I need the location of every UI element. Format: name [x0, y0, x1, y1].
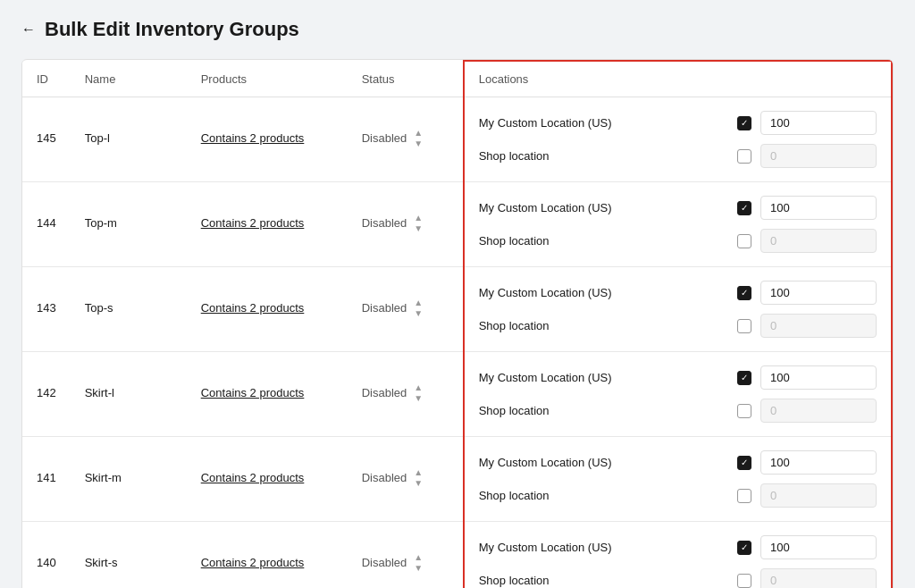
location-name: Shop location — [479, 234, 728, 248]
location-row: Shop location — [479, 564, 877, 588]
location-checkbox[interactable] — [737, 116, 751, 130]
location-name: My Custom Location (US) — [479, 201, 728, 214]
row-id-value: 140 — [22, 522, 71, 588]
row-id-value: 141 — [22, 437, 71, 517]
location-checkbox[interactable] — [737, 541, 751, 555]
cell-name: Top-l — [71, 97, 187, 182]
row-id-value: 142 — [22, 352, 71, 433]
products-link[interactable]: Contains 2 products — [201, 556, 305, 569]
location-row: Shop location — [479, 479, 877, 512]
table-row: 144Top-mContains 2 productsDisabled▲▼My … — [22, 182, 892, 267]
quantity-input[interactable] — [760, 535, 877, 559]
location-row: Shop location — [479, 139, 877, 172]
cell-id: 143 — [22, 267, 71, 352]
cell-id: 145 — [22, 97, 71, 182]
location-checkbox[interactable] — [737, 371, 751, 385]
products-link[interactable]: Contains 2 products — [201, 301, 305, 315]
sort-arrows-icon[interactable]: ▲▼ — [414, 213, 423, 233]
col-header-products: Products — [187, 61, 348, 97]
sort-arrows-icon[interactable]: ▲▼ — [414, 382, 423, 403]
status-value: Disabled — [362, 386, 407, 399]
cell-locations: My Custom Location (US)Shop location — [464, 352, 892, 437]
cell-name: Skirt-s — [71, 522, 187, 589]
cell-name: Skirt-l — [71, 352, 187, 437]
location-row: My Custom Location (US) — [479, 276, 877, 309]
status-value: Disabled — [362, 301, 407, 315]
location-checkbox[interactable] — [737, 456, 751, 470]
status-value: Disabled — [362, 131, 407, 145]
row-name-value: Skirt-l — [71, 352, 187, 433]
location-checkbox[interactable] — [737, 149, 751, 164]
location-row: Shop location — [479, 309, 877, 342]
back-button[interactable]: ← — [21, 21, 36, 38]
table-header-row: ID Name Products Status Locations — [22, 61, 892, 97]
location-row: My Custom Location (US) — [479, 191, 877, 224]
inventory-table: ID Name Products Status Locations 145Top… — [22, 60, 893, 588]
cell-locations: My Custom Location (US)Shop location — [464, 522, 892, 589]
location-name: Shop location — [479, 319, 728, 332]
sort-arrows-icon[interactable]: ▲▼ — [414, 552, 423, 573]
quantity-input — [760, 144, 877, 168]
cell-id: 141 — [22, 437, 71, 522]
products-link[interactable]: Contains 2 products — [201, 131, 305, 145]
location-name: My Custom Location (US) — [479, 116, 728, 130]
col-header-name: Name — [71, 61, 187, 97]
cell-status: Disabled▲▼ — [348, 97, 464, 182]
location-checkbox[interactable] — [737, 574, 751, 588]
row-name-value: Skirt-m — [71, 437, 187, 517]
cell-id: 144 — [22, 182, 71, 267]
quantity-input[interactable] — [760, 196, 877, 220]
cell-id: 140 — [22, 522, 71, 589]
cell-products: Contains 2 products — [187, 352, 348, 437]
location-checkbox[interactable] — [737, 489, 751, 503]
location-name: Shop location — [479, 489, 728, 502]
quantity-input[interactable] — [760, 365, 877, 390]
cell-status: Disabled▲▼ — [348, 522, 464, 589]
table-row: 140Skirt-sContains 2 productsDisabled▲▼M… — [22, 522, 892, 589]
location-name: Shop location — [479, 149, 728, 163]
table-row: 145Top-lContains 2 productsDisabled▲▼My … — [22, 97, 892, 182]
row-name-value: Top-l — [71, 97, 187, 178]
quantity-input — [760, 568, 877, 588]
cell-name: Top-m — [71, 182, 187, 267]
cell-status: Disabled▲▼ — [348, 182, 464, 267]
row-id-value: 143 — [22, 267, 71, 348]
row-id-value: 145 — [22, 97, 71, 178]
location-checkbox[interactable] — [737, 319, 751, 333]
sort-arrows-icon[interactable]: ▲▼ — [414, 467, 423, 488]
location-checkbox[interactable] — [737, 234, 751, 248]
table-row: 143Top-sContains 2 productsDisabled▲▼My … — [22, 267, 892, 352]
quantity-input[interactable] — [760, 281, 877, 305]
page: ← Bulk Edit Inventory Groups ID Name Pro… — [0, 0, 915, 588]
quantity-input — [760, 229, 877, 253]
quantity-input[interactable] — [760, 111, 877, 135]
location-row: My Custom Location (US) — [479, 446, 877, 479]
cell-status: Disabled▲▼ — [348, 352, 464, 437]
sort-arrows-icon[interactable]: ▲▼ — [414, 298, 423, 318]
quantity-input — [760, 314, 877, 338]
location-name: My Custom Location (US) — [479, 541, 728, 554]
location-name: Shop location — [479, 404, 728, 417]
row-name-value: Skirt-s — [71, 522, 187, 588]
cell-products: Contains 2 products — [187, 267, 348, 352]
location-checkbox[interactable] — [737, 404, 751, 418]
sort-arrows-icon[interactable]: ▲▼ — [414, 128, 423, 148]
status-value: Disabled — [362, 216, 407, 230]
location-name: My Custom Location (US) — [479, 456, 728, 469]
location-row: My Custom Location (US) — [479, 106, 877, 139]
quantity-input — [760, 399, 877, 423]
location-checkbox[interactable] — [737, 201, 751, 215]
location-checkbox[interactable] — [737, 286, 751, 300]
cell-name: Top-s — [71, 267, 187, 352]
location-row: Shop location — [479, 224, 877, 257]
page-title: Bulk Edit Inventory Groups — [45, 18, 299, 41]
row-id-value: 144 — [22, 182, 71, 263]
products-link[interactable]: Contains 2 products — [201, 386, 305, 399]
col-header-locations: Locations — [464, 61, 892, 97]
table-row: 141Skirt-mContains 2 productsDisabled▲▼M… — [22, 437, 892, 522]
cell-locations: My Custom Location (US)Shop location — [464, 267, 892, 352]
location-name: My Custom Location (US) — [479, 371, 728, 384]
products-link[interactable]: Contains 2 products — [201, 216, 305, 230]
quantity-input[interactable] — [760, 450, 877, 475]
products-link[interactable]: Contains 2 products — [201, 471, 305, 484]
